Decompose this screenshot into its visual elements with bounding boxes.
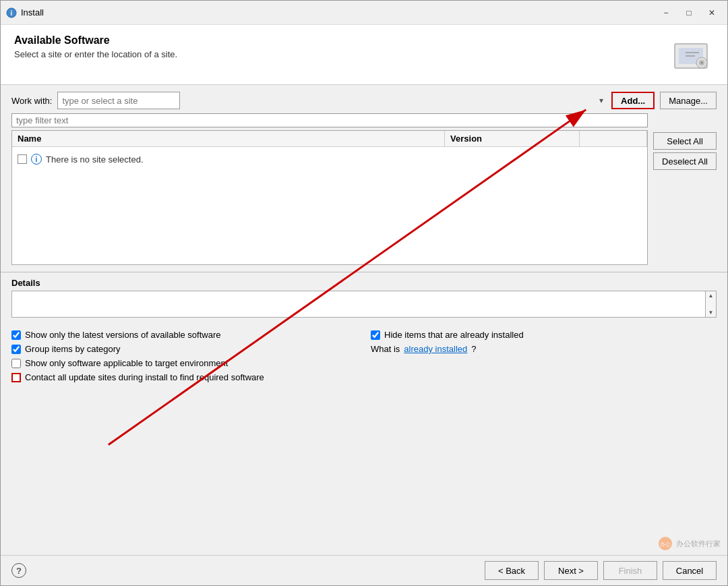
help-button[interactable]: ? xyxy=(11,563,26,578)
maximize-button[interactable]: □ xyxy=(679,5,699,21)
svg-text:i: i xyxy=(11,9,13,17)
table-and-filter: Name Version i There is no site selected… xyxy=(11,113,648,265)
watermark-text: 办公软件行家 xyxy=(676,539,721,549)
bottom-left: ? xyxy=(11,563,26,578)
hide-installed-checkbox[interactable] xyxy=(371,330,380,340)
svg-rect-8 xyxy=(686,55,695,57)
details-content xyxy=(12,291,705,317)
finish-button[interactable]: Finish xyxy=(603,561,657,580)
what-installed-prefix: What is xyxy=(371,344,400,354)
right-buttons: Select All Deselect All xyxy=(653,132,717,265)
main-content: Work with: Add... Manage... Name Version xyxy=(1,85,727,272)
show-applicable-checkbox[interactable] xyxy=(11,359,21,368)
install-window: i Install − □ ✕ Available Software Selec… xyxy=(0,0,728,586)
table-section: Name Version i There is no site selected… xyxy=(11,113,717,265)
deselect-all-button[interactable]: Deselect All xyxy=(653,152,717,170)
details-box: ▲ ▼ xyxy=(11,291,717,318)
header-text: Available Software Select a site or ente… xyxy=(14,34,177,59)
bottom-bar: ? < Back Next > Finish Cancel xyxy=(1,555,727,585)
add-button[interactable]: Add... xyxy=(611,92,655,109)
title-bar: i Install − □ ✕ xyxy=(1,1,727,25)
option-contact-update: Contact all update sites during install … xyxy=(11,372,357,382)
minimize-button[interactable]: − xyxy=(656,5,676,21)
software-table: Name Version i There is no site selected… xyxy=(11,130,648,265)
app-icon: i xyxy=(6,7,17,18)
watermark: 办公 办公软件行家 xyxy=(657,535,721,552)
show-latest-label: Show only the latest versions of availab… xyxy=(25,330,221,340)
work-with-select-wrapper xyxy=(57,92,606,109)
already-installed-link[interactable]: already installed xyxy=(404,344,467,354)
work-with-label: Work with: xyxy=(11,96,52,106)
column-version: Version xyxy=(445,131,580,146)
option-what-installed: What is already installed ? xyxy=(371,344,717,354)
manage-button[interactable]: Manage... xyxy=(660,92,717,109)
hide-installed-label: Hide items that are already installed xyxy=(384,330,524,340)
spacer xyxy=(1,389,727,555)
page-subtitle: Select a site or enter the location of a… xyxy=(14,49,177,59)
cd-icon xyxy=(673,37,711,75)
options-section: Show only the latest versions of availab… xyxy=(1,323,727,389)
select-all-button[interactable]: Select All xyxy=(653,132,717,150)
details-textarea-wrapper: ▲ ▼ xyxy=(11,291,717,318)
work-with-row: Work with: Add... Manage... xyxy=(11,92,717,109)
contact-sites-label: Contact all update sites during install … xyxy=(25,372,264,382)
no-site-message: There is no site selected. xyxy=(46,154,144,165)
table-body: i There is no site selected. xyxy=(12,147,647,264)
group-category-label: Group items by category xyxy=(25,344,121,354)
details-scrollbar[interactable]: ▲ ▼ xyxy=(705,291,716,317)
page-title: Available Software xyxy=(14,34,177,47)
bottom-right: < Back Next > Finish Cancel xyxy=(485,561,717,580)
header-section: Available Software Select a site or ente… xyxy=(1,25,727,85)
watermark-icon: 办公 xyxy=(657,535,673,552)
group-category-checkbox[interactable] xyxy=(11,345,21,354)
show-latest-checkbox[interactable] xyxy=(11,330,21,340)
window-controls: − □ ✕ xyxy=(656,5,722,21)
what-installed-suffix: ? xyxy=(471,344,476,354)
filter-input[interactable] xyxy=(11,113,648,127)
details-label: Details xyxy=(11,278,717,288)
window-title: Install xyxy=(21,7,656,18)
svg-rect-7 xyxy=(686,52,699,53)
contact-sites-checkbox-outline[interactable] xyxy=(11,373,21,382)
cancel-button[interactable]: Cancel xyxy=(663,561,717,580)
option-show-applicable: Show only software applicable to target … xyxy=(11,358,357,368)
option-group-by-category: Group items by category xyxy=(11,344,357,354)
back-button[interactable]: < Back xyxy=(485,561,539,580)
table-header: Name Version xyxy=(12,131,647,147)
show-applicable-label: Show only software applicable to target … xyxy=(25,358,228,368)
close-button[interactable]: ✕ xyxy=(702,5,722,21)
column-extra xyxy=(580,131,647,146)
no-site-row: i There is no site selected. xyxy=(18,151,642,167)
row-checkbox[interactable] xyxy=(18,154,27,164)
next-button[interactable]: Next > xyxy=(544,561,598,580)
column-name: Name xyxy=(12,131,445,146)
info-icon: i xyxy=(31,154,42,165)
svg-text:办公: 办公 xyxy=(660,541,671,548)
details-section: Details ▲ ▼ xyxy=(1,272,727,323)
option-show-latest: Show only the latest versions of availab… xyxy=(11,330,357,340)
svg-point-6 xyxy=(701,62,703,64)
work-with-input[interactable] xyxy=(57,92,180,109)
option-hide-installed: Hide items that are already installed xyxy=(371,330,717,340)
header-icon xyxy=(671,34,714,78)
